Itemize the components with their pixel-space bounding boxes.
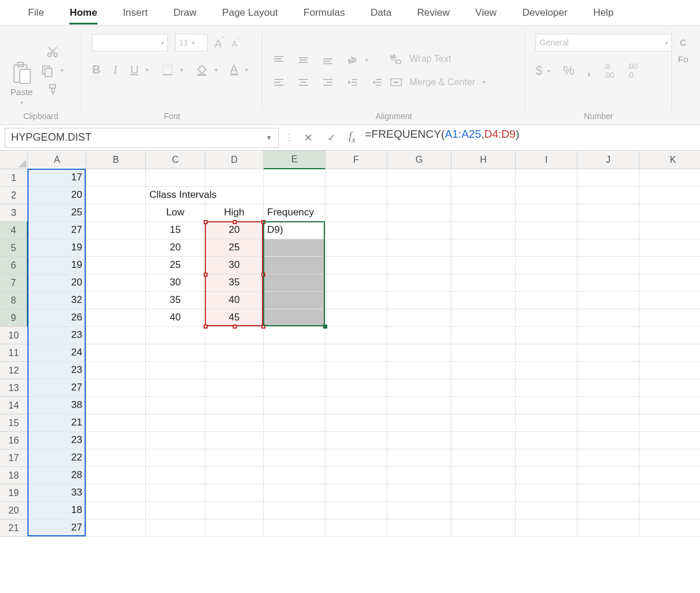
cell-D5[interactable]: 25 [205,239,264,257]
tab-help[interactable]: Help [580,1,626,24]
orientation-icon[interactable]: ab [346,54,358,66]
cell-A13[interactable]: 27 [28,379,86,397]
cell-K8[interactable] [639,292,700,309]
cell-B5[interactable] [86,239,146,257]
row-header-20[interactable]: 20 [0,502,28,519]
cell-H6[interactable] [452,257,516,274]
cell-E14[interactable] [264,397,326,414]
cell-C9[interactable]: 40 [146,309,205,327]
cell-J11[interactable] [578,344,639,362]
cell-K9[interactable] [639,309,700,327]
cell-B12[interactable] [86,362,146,379]
tab-review[interactable]: Review [404,1,463,24]
cell-J15[interactable] [578,414,639,432]
cell-I15[interactable] [516,414,578,432]
cell-D4[interactable]: 20 [205,222,264,239]
cell-A1[interactable]: 17 [28,169,86,187]
col-header-B[interactable]: B [86,151,146,169]
cell-E13[interactable] [264,379,326,397]
cell-E3[interactable]: Frequency [264,204,326,222]
cell-H18[interactable] [452,467,516,484]
cell-J21[interactable] [578,519,639,537]
row-header-11[interactable]: 11 [0,344,28,362]
row-header-15[interactable]: 15 [0,414,28,432]
cell-H16[interactable] [452,432,516,449]
col-header-F[interactable]: F [326,151,387,169]
cell-G6[interactable] [387,257,452,274]
accounting-format-icon[interactable]: $ [536,63,542,78]
col-header-G[interactable]: G [387,151,452,169]
cell-C21[interactable] [146,519,205,537]
tab-draw[interactable]: Draw [160,1,209,24]
cell-G5[interactable] [387,239,452,257]
border-icon[interactable] [162,64,173,76]
cell-H12[interactable] [452,362,516,379]
cell-D13[interactable] [205,379,264,397]
cell-A21[interactable]: 27 [28,519,86,537]
cell-F11[interactable] [326,344,387,362]
cell-J9[interactable] [578,309,639,327]
cell-B18[interactable] [86,467,146,484]
cell-K10[interactable] [639,327,700,344]
cell-H14[interactable] [452,397,516,414]
cell-B13[interactable] [86,379,146,397]
cell-A16[interactable]: 23 [28,432,86,449]
cell-E10[interactable] [264,327,326,344]
cell-D9[interactable]: 45 [205,309,264,327]
format-painter-icon[interactable] [41,83,64,96]
cell-J17[interactable] [578,449,639,467]
cell-K5[interactable] [639,239,700,257]
increase-decimal-icon[interactable]: .0.00 [604,62,614,79]
cell-K11[interactable] [639,344,700,362]
cell-F19[interactable] [326,484,387,502]
cell-A15[interactable]: 21 [28,414,86,432]
cell-C15[interactable] [146,414,205,432]
cell-G12[interactable] [387,362,452,379]
cell-E2[interactable] [264,187,326,204]
cell-K18[interactable] [639,467,700,484]
paste-button[interactable]: Paste ▾ [6,36,37,106]
enter-formula-button[interactable]: ✓ [320,128,343,148]
cell-A5[interactable]: 19 [28,239,86,257]
cell-I17[interactable] [516,449,578,467]
row-header-2[interactable]: 2 [0,187,28,204]
cell-K20[interactable] [639,502,700,519]
cell-A6[interactable]: 19 [28,257,86,274]
cell-B2[interactable] [86,187,146,204]
cell-I11[interactable] [516,344,578,362]
tab-page-layout[interactable]: Page Layout [209,1,290,24]
cell-H17[interactable] [452,449,516,467]
cell-A8[interactable]: 32 [28,292,86,309]
cell-B15[interactable] [86,414,146,432]
cell-H15[interactable] [452,414,516,432]
cell-F3[interactable] [326,204,387,222]
cell-F4[interactable] [326,222,387,239]
cell-K16[interactable] [639,432,700,449]
cell-G3[interactable] [387,204,452,222]
cell-H10[interactable] [452,327,516,344]
cell-A19[interactable]: 33 [28,484,86,502]
cell-B1[interactable] [86,169,146,187]
cell-D18[interactable] [205,467,264,484]
row-header-5[interactable]: 5 [0,239,28,257]
cell-H1[interactable] [452,169,516,187]
cell-I9[interactable] [516,309,578,327]
font-name-combo[interactable]: ▾ [92,34,168,51]
col-header-J[interactable]: J [578,151,639,169]
cell-C6[interactable]: 25 [146,257,205,274]
cell-G2[interactable] [387,187,452,204]
cell-I12[interactable] [516,362,578,379]
row-header-6[interactable]: 6 [0,257,28,274]
cell-A2[interactable]: 20 [28,187,86,204]
cell-C14[interactable] [146,397,205,414]
cell-D14[interactable] [205,397,264,414]
cell-F16[interactable] [326,432,387,449]
cell-E16[interactable] [264,432,326,449]
tab-data[interactable]: Data [358,1,404,24]
cell-B11[interactable] [86,344,146,362]
cell-E15[interactable] [264,414,326,432]
cell-A11[interactable]: 24 [28,344,86,362]
increase-indent-icon[interactable] [371,78,383,87]
cell-G17[interactable] [387,449,452,467]
align-left-icon[interactable] [273,78,285,87]
